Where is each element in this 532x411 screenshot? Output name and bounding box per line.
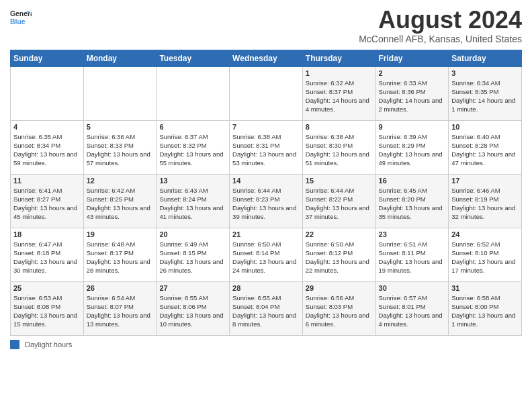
subtitle: McConnell AFB, Kansas, United States xyxy=(359,34,522,44)
col-thursday: Thursday xyxy=(302,50,375,66)
legend: Daylight hours xyxy=(10,340,522,349)
calendar-cell: 31Sunrise: 6:58 AM Sunset: 8:00 PM Dayli… xyxy=(449,281,522,335)
day-number: 30 xyxy=(379,284,446,292)
calendar-cell xyxy=(230,66,303,120)
col-monday: Monday xyxy=(83,50,157,66)
calendar-cell: 12Sunrise: 6:42 AM Sunset: 8:25 PM Dayli… xyxy=(83,174,157,228)
legend-label: Daylight hours xyxy=(25,340,72,349)
day-info: Sunrise: 6:56 AM Sunset: 8:03 PM Dayligh… xyxy=(306,293,373,329)
day-info: Sunrise: 6:51 AM Sunset: 8:11 PM Dayligh… xyxy=(379,240,446,275)
day-number: 14 xyxy=(232,177,300,185)
calendar-cell: 17Sunrise: 6:46 AM Sunset: 8:19 PM Dayli… xyxy=(449,174,522,228)
calendar-cell: 15Sunrise: 6:44 AM Sunset: 8:22 PM Dayli… xyxy=(302,174,375,228)
col-sunday: Sunday xyxy=(11,50,84,66)
day-number: 23 xyxy=(379,230,446,238)
day-info: Sunrise: 6:46 AM Sunset: 8:19 PM Dayligh… xyxy=(451,186,519,222)
day-number: 6 xyxy=(159,123,226,131)
day-number: 10 xyxy=(451,123,519,131)
header-row: Sunday Monday Tuesday Wednesday Thursday… xyxy=(11,50,522,66)
day-info: Sunrise: 6:38 AM Sunset: 8:31 PM Dayligh… xyxy=(232,132,300,168)
calendar-week-3: 11Sunrise: 6:41 AM Sunset: 8:27 PM Dayli… xyxy=(11,174,522,228)
calendar-header: Sunday Monday Tuesday Wednesday Thursday… xyxy=(11,50,522,66)
day-number: 19 xyxy=(87,230,154,238)
day-info: Sunrise: 6:50 AM Sunset: 8:14 PM Dayligh… xyxy=(232,240,300,275)
day-number: 15 xyxy=(306,177,373,185)
calendar-cell: 10Sunrise: 6:40 AM Sunset: 8:28 PM Dayli… xyxy=(449,120,522,174)
day-info: Sunrise: 6:33 AM Sunset: 8:36 PM Dayligh… xyxy=(379,79,446,114)
calendar-body: 1Sunrise: 6:32 AM Sunset: 8:37 PM Daylig… xyxy=(11,66,522,335)
day-info: Sunrise: 6:40 AM Sunset: 8:28 PM Dayligh… xyxy=(451,132,519,168)
calendar-cell: 23Sunrise: 6:51 AM Sunset: 8:11 PM Dayli… xyxy=(375,228,449,281)
calendar-cell: 6Sunrise: 6:37 AM Sunset: 8:32 PM Daylig… xyxy=(157,120,230,174)
header: General Blue August 2024 McConnell AFB, … xyxy=(10,7,522,44)
day-info: Sunrise: 6:43 AM Sunset: 8:24 PM Dayligh… xyxy=(159,186,226,222)
calendar-cell: 1Sunrise: 6:32 AM Sunset: 8:37 PM Daylig… xyxy=(302,66,375,120)
day-number: 18 xyxy=(13,230,81,238)
day-info: Sunrise: 6:55 AM Sunset: 8:06 PM Dayligh… xyxy=(159,293,226,329)
day-info: Sunrise: 6:50 AM Sunset: 8:12 PM Dayligh… xyxy=(306,240,373,275)
day-info: Sunrise: 6:36 AM Sunset: 8:33 PM Dayligh… xyxy=(87,132,154,168)
day-info: Sunrise: 6:34 AM Sunset: 8:35 PM Dayligh… xyxy=(451,79,519,114)
day-info: Sunrise: 6:35 AM Sunset: 8:34 PM Dayligh… xyxy=(13,132,81,168)
calendar-cell: 14Sunrise: 6:44 AM Sunset: 8:23 PM Dayli… xyxy=(230,174,303,228)
calendar-cell: 7Sunrise: 6:38 AM Sunset: 8:31 PM Daylig… xyxy=(230,120,303,174)
calendar-cell xyxy=(83,66,157,120)
day-number: 3 xyxy=(451,69,519,77)
calendar-cell: 19Sunrise: 6:48 AM Sunset: 8:17 PM Dayli… xyxy=(83,228,157,281)
calendar-week-1: 1Sunrise: 6:32 AM Sunset: 8:37 PM Daylig… xyxy=(11,66,522,120)
day-number: 17 xyxy=(451,177,519,185)
day-number: 5 xyxy=(87,123,154,131)
calendar-cell: 27Sunrise: 6:55 AM Sunset: 8:06 PM Dayli… xyxy=(157,281,230,335)
day-info: Sunrise: 6:53 AM Sunset: 8:08 PM Dayligh… xyxy=(13,293,81,329)
calendar-cell: 4Sunrise: 6:35 AM Sunset: 8:34 PM Daylig… xyxy=(11,120,84,174)
day-number: 22 xyxy=(306,230,373,238)
legend-color-box xyxy=(10,340,19,349)
col-friday: Friday xyxy=(375,50,449,66)
day-info: Sunrise: 6:38 AM Sunset: 8:30 PM Dayligh… xyxy=(306,132,373,168)
day-info: Sunrise: 6:48 AM Sunset: 8:17 PM Dayligh… xyxy=(87,240,154,275)
day-number: 4 xyxy=(13,123,81,131)
day-number: 13 xyxy=(159,177,226,185)
day-number: 9 xyxy=(379,123,446,131)
calendar-table: Sunday Monday Tuesday Wednesday Thursday… xyxy=(10,50,522,336)
calendar-cell xyxy=(157,66,230,120)
day-info: Sunrise: 6:44 AM Sunset: 8:22 PM Dayligh… xyxy=(306,186,373,222)
day-info: Sunrise: 6:55 AM Sunset: 8:04 PM Dayligh… xyxy=(232,293,300,329)
calendar-cell: 16Sunrise: 6:45 AM Sunset: 8:20 PM Dayli… xyxy=(375,174,449,228)
logo: General Blue xyxy=(10,7,32,28)
calendar-week-2: 4Sunrise: 6:35 AM Sunset: 8:34 PM Daylig… xyxy=(11,120,522,174)
page: General Blue August 2024 McConnell AFB, … xyxy=(0,0,532,411)
calendar-cell: 5Sunrise: 6:36 AM Sunset: 8:33 PM Daylig… xyxy=(83,120,157,174)
calendar-cell: 25Sunrise: 6:53 AM Sunset: 8:08 PM Dayli… xyxy=(11,281,84,335)
day-info: Sunrise: 6:58 AM Sunset: 8:00 PM Dayligh… xyxy=(451,293,519,329)
day-info: Sunrise: 6:42 AM Sunset: 8:25 PM Dayligh… xyxy=(87,186,154,222)
day-number: 31 xyxy=(451,284,519,292)
calendar-cell: 30Sunrise: 6:57 AM Sunset: 8:01 PM Dayli… xyxy=(375,281,449,335)
day-info: Sunrise: 6:44 AM Sunset: 8:23 PM Dayligh… xyxy=(232,186,300,222)
svg-text:Blue: Blue xyxy=(10,18,26,26)
calendar-cell: 24Sunrise: 6:52 AM Sunset: 8:10 PM Dayli… xyxy=(449,228,522,281)
day-number: 12 xyxy=(87,177,154,185)
title-section: August 2024 McConnell AFB, Kansas, Unite… xyxy=(359,7,522,44)
calendar-cell: 20Sunrise: 6:49 AM Sunset: 8:15 PM Dayli… xyxy=(157,228,230,281)
day-number: 7 xyxy=(232,123,300,131)
calendar-cell: 26Sunrise: 6:54 AM Sunset: 8:07 PM Dayli… xyxy=(83,281,157,335)
day-number: 1 xyxy=(306,69,373,77)
calendar-cell: 8Sunrise: 6:38 AM Sunset: 8:30 PM Daylig… xyxy=(302,120,375,174)
day-info: Sunrise: 6:49 AM Sunset: 8:15 PM Dayligh… xyxy=(159,240,226,275)
day-info: Sunrise: 6:54 AM Sunset: 8:07 PM Dayligh… xyxy=(87,293,154,329)
calendar-cell: 11Sunrise: 6:41 AM Sunset: 8:27 PM Dayli… xyxy=(11,174,84,228)
day-number: 27 xyxy=(159,284,226,292)
day-info: Sunrise: 6:39 AM Sunset: 8:29 PM Dayligh… xyxy=(379,132,446,168)
day-number: 28 xyxy=(232,284,300,292)
day-number: 2 xyxy=(379,69,446,77)
calendar-cell: 9Sunrise: 6:39 AM Sunset: 8:29 PM Daylig… xyxy=(375,120,449,174)
col-tuesday: Tuesday xyxy=(157,50,230,66)
day-number: 25 xyxy=(13,284,81,292)
calendar-cell: 3Sunrise: 6:34 AM Sunset: 8:35 PM Daylig… xyxy=(449,66,522,120)
calendar-cell: 28Sunrise: 6:55 AM Sunset: 8:04 PM Dayli… xyxy=(230,281,303,335)
day-info: Sunrise: 6:32 AM Sunset: 8:37 PM Dayligh… xyxy=(306,79,373,114)
calendar-cell xyxy=(11,66,84,120)
col-wednesday: Wednesday xyxy=(230,50,303,66)
day-number: 24 xyxy=(451,230,519,238)
